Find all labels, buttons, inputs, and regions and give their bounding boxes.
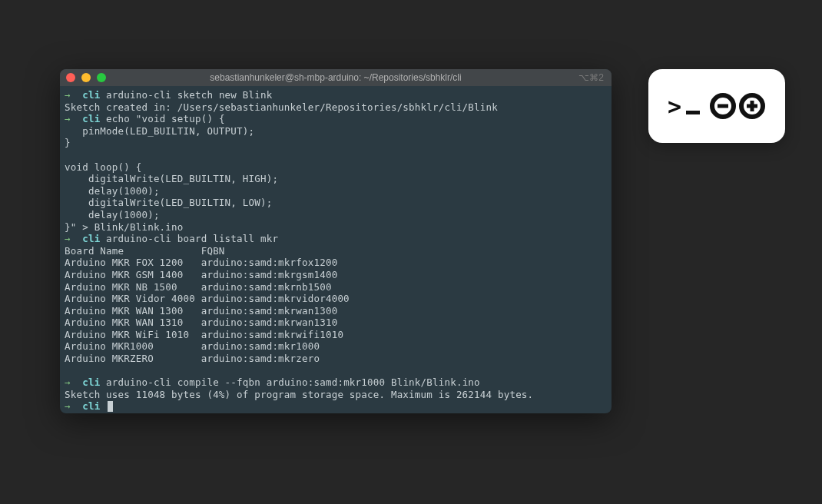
prompt-symbol-icon: > bbox=[668, 93, 700, 120]
prompt-arrow-icon: → bbox=[65, 400, 71, 412]
arduino-infinity-icon bbox=[709, 92, 766, 120]
table-row: Arduino MKR WiFi 1010 arduino:samd:mkrwi… bbox=[65, 329, 343, 340]
table-row: Arduino MKR NB 1500 arduino:samd:mkrnb15… bbox=[65, 281, 332, 293]
output-line: pinMode(LED_BUILTIN, OUTPUT); bbox=[65, 125, 254, 137]
table-row: Arduino MKR FOX 1200 arduino:samd:mkrfox… bbox=[65, 257, 337, 268]
cmd-echo: echo "void setup() { bbox=[106, 113, 225, 124]
table-row: Arduino MKR GSM 1400 arduino:samd:mkrgsm… bbox=[65, 269, 337, 280]
output-line: delay(1000); bbox=[65, 209, 160, 220]
prompt-dir: cli bbox=[82, 113, 100, 124]
cmd-sketch-new: arduino-cli sketch new Blink bbox=[106, 89, 272, 101]
zoom-icon[interactable] bbox=[97, 73, 106, 82]
output-line: }" > Blink/Blink.ino bbox=[65, 221, 184, 233]
prompt-dir: cli bbox=[82, 89, 100, 101]
table-row: Arduino MKR WAN 1300 arduino:samd:mkrwan… bbox=[65, 305, 337, 317]
prompt-arrow-icon: → bbox=[65, 233, 71, 244]
cmd-board-listall: arduino-cli board listall mkr bbox=[106, 233, 278, 244]
prompt-dir: cli bbox=[82, 400, 100, 412]
prompt-arrow-icon: → bbox=[65, 89, 71, 101]
table-row: Arduino MKR Vidor 4000 arduino:samd:mkrv… bbox=[65, 293, 350, 304]
prompt-dir: cli bbox=[82, 233, 100, 244]
terminal-body[interactable]: → cli arduino-cli sketch new Blink Sketc… bbox=[60, 86, 612, 413]
table-row: Arduino MKRZERO arduino:samd:mkrzero bbox=[65, 353, 320, 364]
window-title: sebastianhunkeler@sh-mbp-arduino: ~/Repo… bbox=[60, 72, 612, 83]
prompt-arrow-icon: → bbox=[65, 376, 71, 388]
table-row: Arduino MKR WAN 1310 arduino:samd:mkrwan… bbox=[65, 317, 337, 328]
output-line: Sketch created in: /Users/sebastianhunke… bbox=[65, 101, 498, 113]
prompt-arrow-icon: → bbox=[65, 113, 71, 124]
output-line: delay(1000); bbox=[65, 185, 160, 197]
output-line: void loop() { bbox=[65, 161, 141, 173]
output-line: } bbox=[65, 137, 71, 148]
cursor-icon bbox=[108, 401, 113, 412]
traffic-lights bbox=[66, 73, 106, 82]
prompt-dir: cli bbox=[82, 376, 100, 388]
output-line: digitalWrite(LED_BUILTIN, HIGH); bbox=[65, 173, 278, 184]
close-icon[interactable] bbox=[66, 73, 75, 82]
terminal-window[interactable]: sebastianhunkeler@sh-mbp-arduino: ~/Repo… bbox=[60, 69, 612, 413]
table-row: Arduino MKR1000 arduino:samd:mkr1000 bbox=[65, 340, 320, 352]
cmd-compile: arduino-cli compile --fqbn arduino:samd:… bbox=[106, 376, 480, 388]
gt-symbol: > bbox=[668, 93, 681, 120]
underscore-icon bbox=[686, 111, 700, 114]
output-line: Sketch uses 11048 bytes (4%) of program … bbox=[65, 389, 533, 400]
table-header: Board Name FQBN bbox=[65, 245, 225, 257]
arduino-cli-logo: > bbox=[648, 69, 785, 143]
output-line: digitalWrite(LED_BUILTIN, LOW); bbox=[65, 197, 272, 208]
titlebar[interactable]: sebastianhunkeler@sh-mbp-arduino: ~/Repo… bbox=[60, 69, 612, 86]
window-shortcut: ⌥⌘2 bbox=[578, 72, 604, 83]
minimize-icon[interactable] bbox=[81, 73, 91, 82]
